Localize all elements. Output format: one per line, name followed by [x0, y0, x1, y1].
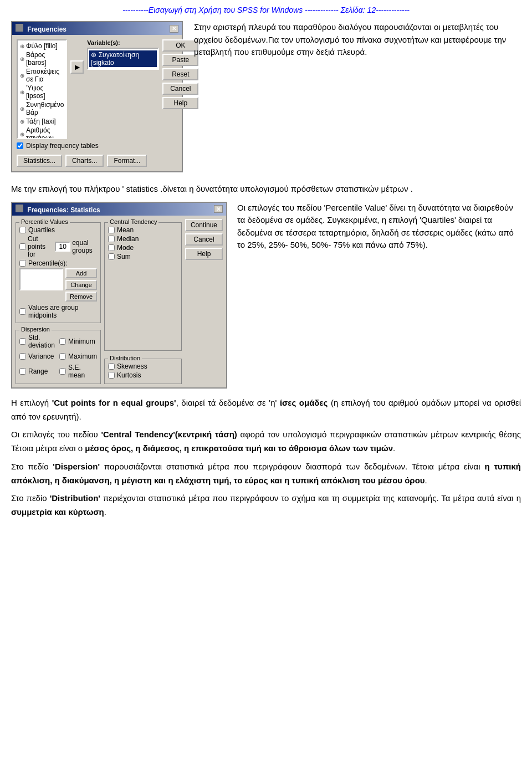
skewness-checkbox[interactable]: [108, 363, 115, 370]
var-item-synith[interactable]: ⊕ Συνηθισμένο Βάρ: [19, 100, 65, 117]
middle-text-section: Με την επιλογή του πλήκτρου ' statistics…: [11, 182, 521, 196]
variance-row: Variance: [19, 353, 55, 360]
help-button[interactable]: Help: [162, 97, 198, 109]
middle-paragraph: Με την επιλογή του πλήκτρου ' statistics…: [11, 182, 521, 196]
central-tendency-label: Central Tendency: [108, 218, 158, 225]
variance-checkbox[interactable]: [19, 353, 26, 360]
maximum-row: Maximum: [59, 353, 97, 360]
percentiles-checkbox[interactable]: [19, 260, 26, 267]
help-button[interactable]: Help: [185, 248, 223, 260]
format-button[interactable]: Format...: [107, 155, 147, 167]
var-icon: ⊕: [20, 56, 24, 62]
close-button[interactable]: ✕: [214, 205, 223, 213]
quartiles-row: Quartiles: [19, 226, 97, 234]
range-checkbox[interactable]: [19, 368, 26, 375]
continue-button[interactable]: Continue: [185, 219, 223, 231]
variables-target-label: Variable(s):: [87, 39, 159, 46]
percentiles-list-box[interactable]: [19, 268, 63, 290]
dialog-icon: [16, 205, 23, 212]
stats-right-text: Οι επιλογές του πεδίου 'Percentile Value…: [237, 202, 521, 389]
para3: Στο πεδίο 'Dispersion' παρουσιάζονται στ…: [11, 460, 521, 488]
cut-points-label: Cut points for: [28, 235, 53, 258]
std-dev-checkbox[interactable]: [19, 338, 26, 345]
stats-section: Frequencies: Statistics ✕ Percentile Val…: [11, 202, 521, 389]
var-item-episkeveis[interactable]: ⊕ Επισκέψεις σε Για: [19, 67, 65, 84]
mean-label: Mean: [117, 226, 134, 234]
var-item-tsigara[interactable]: ⊕ Αριθμός τσιγάρων: [19, 126, 65, 139]
kurtosis-checkbox[interactable]: [108, 372, 115, 379]
mode-checkbox[interactable]: [108, 244, 115, 251]
transfer-arrow-button[interactable]: ▶: [70, 60, 84, 74]
ok-button[interactable]: OK: [162, 39, 198, 52]
group-midpoints-checkbox[interactable]: [19, 308, 26, 315]
var-icon: ⊕: [20, 89, 24, 95]
bottom-buttons-row: Statistics... Charts... Format...: [17, 155, 177, 167]
se-mean-label: S.E. mean: [68, 364, 97, 379]
maximum-checkbox[interactable]: [59, 353, 66, 360]
maximum-label: Maximum: [68, 353, 97, 360]
median-label: Median: [117, 235, 139, 243]
minimum-row: Minimum: [59, 334, 97, 349]
sum-label: Sum: [117, 253, 131, 261]
var-item-taxi[interactable]: ⊕ Τάξη [taxi]: [19, 117, 65, 126]
close-button[interactable]: ✕: [170, 25, 178, 33]
var-item-baros[interactable]: ⊕ Βάρος [baros]: [19, 50, 65, 67]
var-item-fillo[interactable]: ⊕ Φύλο [fillo]: [19, 42, 65, 50]
dialog-icon: [16, 24, 23, 32]
range-row: Range: [19, 364, 55, 379]
range-label: Range: [28, 367, 48, 375]
variables-list[interactable]: ⊕ Φύλο [fillo] ⊕ Βάρος [baros] ⊕ Επισκέψ…: [17, 39, 67, 139]
cancel-button[interactable]: Cancel: [185, 233, 223, 246]
quartiles-checkbox[interactable]: [19, 227, 26, 233]
std-dev-row: Std. deviation: [19, 334, 55, 349]
charts-button[interactable]: Charts...: [65, 155, 104, 167]
mean-checkbox[interactable]: [108, 227, 115, 233]
para2: Οι επιλογές του πεδίου 'Central Tendency…: [11, 428, 521, 456]
group-midpoints-row: Values are group midpoints: [19, 304, 97, 319]
sum-row: Sum: [108, 253, 178, 261]
frequencies-dialog-titlebar: Frequencies ✕: [12, 22, 182, 35]
minimum-label: Minimum: [68, 338, 95, 345]
display-checkbox-label: Display frequency tables: [26, 142, 99, 150]
skewness-label: Skewness: [117, 362, 147, 370]
cancel-button[interactable]: Cancel: [162, 83, 198, 95]
remove-button[interactable]: Remove: [65, 292, 97, 302]
se-mean-checkbox[interactable]: [59, 368, 66, 375]
add-change-buttons: Add Change Remove: [65, 268, 97, 302]
var-icon: ⊕: [20, 106, 24, 112]
frequencies-dialog: Frequencies ✕ ⊕ Φύλο [fillo] ⊕ Βάρος [ba…: [11, 21, 183, 172]
percentile-values-group: Percentile Values Quartiles Cut points f…: [16, 222, 101, 323]
percentiles-row: Percentile(s):: [19, 259, 97, 267]
statistics-button[interactable]: Statistics...: [17, 155, 62, 167]
right-buttons: OK Paste Reset Cancel Help: [162, 39, 198, 109]
dispersion-label: Dispersion: [19, 326, 52, 333]
skewness-row: Skewness: [108, 362, 178, 370]
percentile-values-label: Percentile Values: [19, 218, 70, 225]
change-button[interactable]: Change: [65, 280, 97, 290]
stats-left-column: Percentile Values Quartiles Cut points f…: [16, 219, 101, 384]
add-button[interactable]: Add: [65, 268, 97, 278]
cutpoints-checkbox[interactable]: [19, 243, 26, 250]
variables-target-box[interactable]: ⊕ Συγκατοίκηση [sigkato: [87, 48, 159, 70]
group-midpoints-label: Values are group midpoints: [28, 304, 97, 319]
cutpoints-input[interactable]: [55, 242, 70, 252]
distribution-label: Distribution: [108, 355, 142, 361]
reset-button[interactable]: Reset: [162, 68, 198, 80]
page-header: ----------Εισαγωγή στη Χρήση του SPSS fo…: [11, 6, 521, 14]
minimum-checkbox[interactable]: [59, 338, 66, 345]
var-icon: ⊕: [20, 73, 24, 79]
median-checkbox[interactable]: [108, 236, 115, 242]
var-item-ipsos[interactable]: ⊕ Ύψος [ipsos]: [19, 84, 65, 100]
paste-button[interactable]: Paste: [162, 54, 198, 66]
statistics-dialog-titlebar: Frequencies: Statistics ✕: [12, 203, 226, 216]
display-frequency-checkbox[interactable]: [17, 142, 23, 149]
variance-label: Variance: [28, 353, 54, 360]
frequencies-dialog-title: Frequencies: [16, 24, 66, 33]
median-row: Median: [108, 235, 178, 243]
sum-checkbox[interactable]: [108, 253, 115, 260]
kurtosis-label: Kurtosis: [117, 371, 141, 379]
mode-row: Mode: [108, 244, 178, 252]
main-body-text: Η επιλογή 'Cut points for n equal groups…: [11, 396, 521, 519]
top-section: Frequencies ✕ ⊕ Φύλο [fillo] ⊕ Βάρος [ba…: [11, 21, 521, 172]
freq-main-row: ⊕ Φύλο [fillo] ⊕ Βάρος [baros] ⊕ Επισκέψ…: [17, 39, 177, 139]
